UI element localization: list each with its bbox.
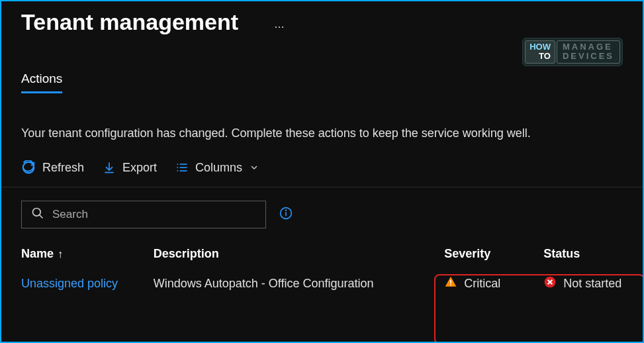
row-severity: Critical [464,277,500,291]
search-box[interactable] [21,201,266,228]
watermark-manage: MANAGE [563,42,614,52]
svg-line-9 [40,215,43,219]
search-input[interactable] [52,208,256,221]
row-name-link[interactable]: Unassigned policy [21,277,118,291]
info-icon[interactable] [279,207,293,222]
watermark-to: TO [539,52,551,61]
watermark-devices: DEVICES [563,52,614,61]
table-row[interactable]: Unassigned policy Windows Autopatch - Of… [21,275,643,292]
more-actions-button[interactable]: ··· [275,20,285,33]
error-icon [543,275,557,292]
watermark-logo: HOW TO MANAGE DEVICES [522,38,623,66]
download-icon [103,161,116,174]
column-header-name[interactable]: Name ↑ [21,247,154,261]
table-header: Name ↑ Description Severity Status [21,247,643,261]
svg-point-8 [33,209,41,217]
refresh-icon [21,160,36,175]
warning-icon [444,275,457,292]
export-label: Export [122,161,157,175]
row-description: Windows Autopatch - Office Configuration [154,277,438,291]
watermark-how: HOW [529,42,551,52]
tab-actions[interactable]: Actions [21,72,62,93]
sort-asc-icon: ↑ [58,248,63,260]
columns-button[interactable]: Columns [175,161,259,175]
column-header-description[interactable]: Description [154,247,438,261]
chevron-down-icon [249,162,259,173]
refresh-label: Refresh [42,161,84,175]
page-title: Tenant management [1,1,258,35]
refresh-button[interactable]: Refresh [21,160,84,175]
search-icon [31,207,44,222]
export-button[interactable]: Export [103,161,157,175]
row-status: Not started [563,277,621,291]
column-header-severity[interactable]: Severity [437,247,537,261]
columns-label: Columns [195,161,242,175]
column-header-status[interactable]: Status [537,247,643,261]
svg-point-14 [450,284,451,285]
columns-icon [175,161,189,174]
info-message: Your tenant configuration has changed. C… [1,93,643,140]
svg-point-12 [286,210,287,211]
